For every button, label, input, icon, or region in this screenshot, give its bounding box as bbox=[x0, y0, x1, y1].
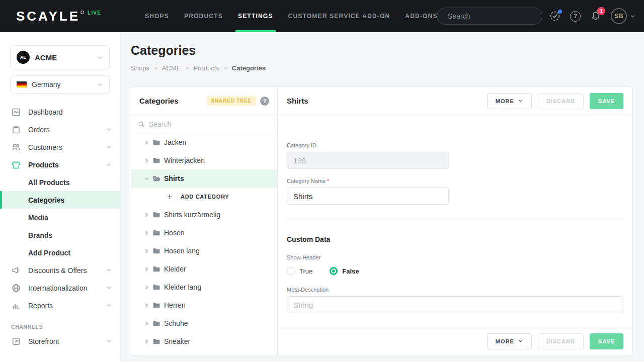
category-id-field bbox=[287, 152, 449, 169]
chevron-right-icon bbox=[143, 302, 151, 309]
topnav-products[interactable]: PRODUCTS bbox=[184, 0, 223, 32]
folder-icon bbox=[152, 229, 160, 237]
chevron-right-icon bbox=[143, 230, 151, 236]
notifications-bell-icon[interactable]: 1 bbox=[590, 11, 601, 22]
folder-open-icon bbox=[152, 174, 160, 183]
discard-button-footer[interactable]: DISCARD bbox=[538, 333, 584, 349]
add-category-button[interactable]: ADD CATEGORY bbox=[131, 188, 277, 206]
sidebar: AE ACME Germany Dashboard Orders Custome… bbox=[0, 32, 121, 362]
country-selector[interactable]: Germany bbox=[10, 75, 110, 94]
more-button[interactable]: MORE bbox=[487, 93, 532, 109]
tree-item-winterjacken[interactable]: Winterjacken bbox=[131, 151, 277, 169]
save-button-footer[interactable]: SAVE bbox=[590, 333, 623, 349]
top-navigation: SHOPS PRODUCTS SETTINGS CUSTOMER SERVICE… bbox=[145, 0, 438, 32]
breadcrumb: Shops > ACME > Products > Categories bbox=[131, 64, 266, 72]
sidebar-item-all-products[interactable]: All Products bbox=[0, 173, 120, 191]
chevron-down-icon bbox=[106, 302, 112, 309]
logo-text: SCAYLE bbox=[16, 9, 80, 23]
tree-search bbox=[131, 115, 277, 133]
tree-item-shirts-kurzaermelig[interactable]: Shirts kurzärmelig bbox=[131, 206, 277, 224]
help-icon[interactable]: ? bbox=[260, 97, 269, 106]
breadcrumb-shops[interactable]: Shops bbox=[131, 64, 149, 72]
chevron-down-icon bbox=[106, 267, 112, 274]
save-button[interactable]: SAVE bbox=[590, 93, 623, 109]
topbar: SCAYLE LIVE SHOPS PRODUCTS SETTINGS CUST… bbox=[0, 0, 644, 32]
detail-header: Shirts MORE DISCARD SAVE bbox=[278, 87, 632, 115]
chevron-right-icon bbox=[143, 284, 151, 291]
breadcrumb-separator: > bbox=[224, 65, 227, 72]
notification-count-badge: 1 bbox=[597, 7, 605, 15]
plus-icon bbox=[167, 194, 173, 200]
tree-item-kleider[interactable]: Kleider bbox=[131, 260, 277, 278]
topnav-settings[interactable]: SETTINGS bbox=[238, 0, 273, 32]
chevron-right-icon bbox=[143, 248, 151, 254]
discard-button[interactable]: DISCARD bbox=[538, 93, 584, 109]
detail-form: Category ID Category Name * Custom Data … bbox=[278, 115, 632, 327]
tree-search-input[interactable] bbox=[149, 120, 271, 128]
tshirt-icon bbox=[11, 160, 21, 170]
show-header-radio-group: True False bbox=[287, 267, 623, 275]
tree-item-sneaker[interactable]: Sneaker bbox=[131, 332, 277, 350]
tree-item-jacken[interactable]: Jacken bbox=[131, 133, 277, 151]
chevron-right-icon bbox=[143, 266, 151, 273]
sidebar-item-discounts-offers[interactable]: Discounts & Offers bbox=[0, 261, 120, 279]
chevron-down-icon bbox=[106, 144, 112, 150]
radio-true[interactable]: True bbox=[287, 267, 312, 275]
sidebar-item-customers[interactable]: Customers bbox=[0, 138, 120, 156]
topnav-add-ons[interactable]: ADD-ONS bbox=[405, 0, 437, 32]
breadcrumb-products[interactable]: Products bbox=[193, 64, 219, 72]
sidebar-item-reports[interactable]: Reports bbox=[0, 297, 120, 314]
detail-footer: MORE DISCARD SAVE bbox=[278, 327, 632, 355]
sidebar-item-dashboard[interactable]: Dashboard bbox=[0, 103, 120, 121]
sidebar-item-add-product[interactable]: Add Product bbox=[0, 244, 120, 261]
radio-false[interactable]: False bbox=[330, 267, 359, 275]
tree-panel-header: Categories SHARED TREE ? bbox=[131, 87, 277, 115]
sidebar-item-products[interactable]: Products bbox=[0, 156, 120, 173]
chevron-down-icon bbox=[518, 338, 523, 344]
shop-selector[interactable]: AE ACME bbox=[10, 45, 110, 69]
breadcrumb-acme[interactable]: ACME bbox=[162, 64, 181, 72]
scayle-logo[interactable]: SCAYLE LIVE bbox=[16, 9, 101, 23]
global-search-input[interactable] bbox=[448, 12, 539, 20]
topbar-icons: ? 1 SB bbox=[549, 0, 636, 32]
tree-item-hosen[interactable]: Hosen bbox=[131, 224, 277, 242]
category-name-field[interactable] bbox=[287, 188, 449, 205]
page-title: Categories bbox=[131, 43, 196, 58]
chevron-right-icon bbox=[143, 320, 151, 327]
folder-icon bbox=[152, 138, 160, 146]
more-button-footer[interactable]: MORE bbox=[487, 333, 532, 349]
breadcrumb-separator: > bbox=[185, 65, 189, 72]
tree-item-schuhe[interactable]: Schuhe bbox=[131, 314, 277, 332]
chevron-down-icon bbox=[97, 81, 103, 88]
topnav-customer-service-add-on[interactable]: CUSTOMER SERVICE ADD-ON bbox=[288, 0, 390, 32]
user-menu[interactable]: SB bbox=[611, 8, 636, 24]
chevron-down-icon bbox=[143, 175, 151, 182]
tree-item-kleider-lang[interactable]: Kleider lang bbox=[131, 278, 277, 296]
status-notification-dot bbox=[558, 10, 562, 14]
sidebar-item-internationalization[interactable]: Internationalization bbox=[0, 279, 120, 297]
folder-icon bbox=[152, 265, 160, 273]
customers-icon bbox=[11, 142, 21, 152]
breadcrumb-current: Categories bbox=[232, 64, 266, 72]
topnav-shops[interactable]: SHOPS bbox=[145, 0, 169, 32]
radio-circle-selected bbox=[330, 267, 338, 275]
help-icon[interactable]: ? bbox=[570, 11, 581, 22]
category-id-label: Category ID bbox=[287, 142, 623, 148]
avatar: SB bbox=[611, 8, 627, 24]
sidebar-item-categories[interactable]: Categories bbox=[0, 191, 120, 209]
tree-item-shirts[interactable]: Shirts bbox=[131, 169, 277, 188]
channels-section-label: CHANNELS bbox=[11, 324, 120, 330]
sidebar-item-orders[interactable]: Orders bbox=[0, 121, 120, 138]
meta-description-field[interactable] bbox=[287, 296, 623, 313]
system-status-icon[interactable] bbox=[549, 11, 560, 22]
sidebar-item-brands[interactable]: Brands bbox=[0, 226, 120, 244]
sidebar-item-media[interactable]: Media bbox=[0, 209, 120, 226]
folder-icon bbox=[152, 301, 160, 309]
tree-item-partial[interactable] bbox=[131, 350, 277, 355]
globe-icon bbox=[11, 283, 21, 293]
section-divider bbox=[287, 219, 623, 219]
active-tab-indicator bbox=[235, 30, 276, 32]
tree-item-herren[interactable]: Herren bbox=[131, 296, 277, 314]
sidebar-item-storefront[interactable]: Storefront bbox=[0, 332, 120, 350]
tree-item-hosen-lang[interactable]: Hosen lang bbox=[131, 242, 277, 260]
